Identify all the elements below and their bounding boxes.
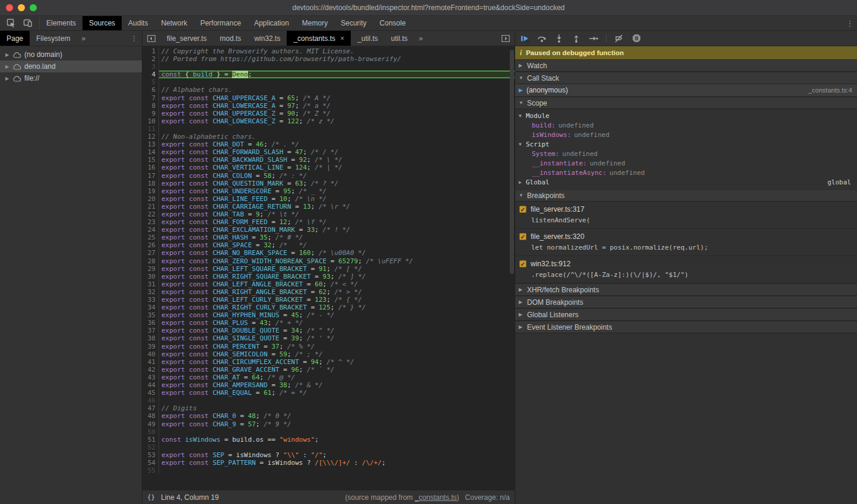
line-number[interactable]: 40 <box>142 350 159 358</box>
line-number[interactable]: 4 <box>142 71 159 78</box>
code-line-content[interactable]: export const CHAR_PLUS = 43; /* + */ <box>159 319 515 327</box>
line-number[interactable]: 47 <box>142 404 159 412</box>
line-number[interactable]: 52 <box>142 444 159 451</box>
line-number[interactable]: 9 <box>142 110 159 117</box>
code-line-content[interactable]: export const CHAR_VERTICAL_LINE = 124; /… <box>159 164 515 171</box>
step-icon[interactable] <box>589 34 598 43</box>
line-number[interactable]: 30 <box>142 273 159 280</box>
code-line-content[interactable]: export const CHAR_DOUBLE_QUOTE = 34; /* … <box>159 327 515 334</box>
line-number[interactable]: 31 <box>142 280 159 288</box>
line-number[interactable]: 21 <box>142 203 159 210</box>
line-number[interactable]: 14 <box>142 148 159 156</box>
line-number[interactable]: 3 <box>142 63 159 71</box>
editor-more-tabs-icon[interactable]: » <box>414 31 428 46</box>
line-number[interactable]: 29 <box>142 265 159 273</box>
minimize-window-button[interactable] <box>18 4 25 11</box>
inspect-element-icon[interactable] <box>5 18 18 28</box>
line-number[interactable]: 39 <box>142 343 159 350</box>
step-into-icon[interactable] <box>554 34 564 43</box>
code-line-content[interactable]: export const CHAR_LINE_FEED = 10; /* \n … <box>159 195 515 203</box>
line-number[interactable]: 43 <box>142 374 159 381</box>
pretty-print-button[interactable]: {} <box>147 493 155 501</box>
source-tab-util-ts[interactable]: _util.ts <box>351 31 385 46</box>
line-number[interactable]: 54 <box>142 459 159 467</box>
code-line-content[interactable]: export const SEP = isWindows ? "\\" : "/… <box>159 451 515 459</box>
code-line-content[interactable]: export const CHAR_LEFT_ANGLE_BRACKET = 6… <box>159 280 515 288</box>
code-line-content[interactable]: export const CHAR_RIGHT_ANGLE_BRACKET = … <box>159 288 515 296</box>
code-line-content[interactable]: // Alphabet chars. <box>159 86 515 94</box>
step-over-icon[interactable] <box>537 34 547 43</box>
line-number[interactable]: 42 <box>142 366 159 374</box>
breakpoint-entry[interactable]: ✓file_server.ts:317listenAndServe( <box>515 202 857 229</box>
main-tab-security[interactable]: Security <box>334 16 373 30</box>
line-number[interactable]: 49 <box>142 420 159 428</box>
line-number[interactable]: 18 <box>142 180 159 187</box>
main-tab-sources[interactable]: Sources <box>82 16 122 30</box>
code-line-content[interactable]: export const CHAR_SINGLE_QUOTE = 39; /* … <box>159 334 515 342</box>
code-line-content[interactable]: export const CHAR_COLON = 58; /* : */ <box>159 172 515 180</box>
code-line-content[interactable]: // Copyright the Browserify authors. MIT… <box>159 47 515 55</box>
code-line-content[interactable]: export const CHAR_BACKWARD_SLASH = 92; /… <box>159 156 515 164</box>
breakpoint-checkbox[interactable]: ✓ <box>519 233 526 240</box>
line-number[interactable]: 28 <box>142 257 159 265</box>
line-number[interactable]: 32 <box>142 288 159 296</box>
tree-item-file[interactable]: ▶file:// <box>0 72 142 84</box>
code-line-content[interactable]: export const CHAR_UPPERCASE_Z = 90; /* Z… <box>159 110 515 117</box>
section-call-stack[interactable]: ▼ Call Stack <box>515 72 857 84</box>
section-watch[interactable]: ▶ Watch <box>515 59 857 72</box>
call-stack-frame[interactable]: ▶(anonymous)_constants.ts:4 <box>515 84 857 97</box>
source-tab-mod-ts[interactable]: mod.ts <box>213 31 247 46</box>
code-line-content[interactable]: const isWindows = build.os == "windows"; <box>159 436 515 444</box>
code-line-content[interactable]: // Ported from https://github.com/browse… <box>159 55 515 63</box>
resume-script-icon[interactable] <box>520 34 529 43</box>
code-line-content[interactable]: export const CHAR_HASH = 35; /* # */ <box>159 234 515 241</box>
line-number[interactable]: 55 <box>142 467 159 474</box>
breakpoint-entry[interactable]: ✓file_server.ts:320let normalizedUrl = p… <box>515 229 857 256</box>
code-line-content[interactable] <box>159 428 515 436</box>
step-out-icon[interactable] <box>572 34 581 43</box>
section-event-listener-breakpoints[interactable]: ▶Event Listener Breakpoints <box>515 321 857 333</box>
line-number[interactable]: 11 <box>142 125 159 133</box>
code-line-content[interactable]: // Digits <box>159 404 515 412</box>
main-tab-console[interactable]: Console <box>373 16 412 30</box>
tab-filesystem[interactable]: Filesystem <box>30 31 77 46</box>
line-number[interactable]: 51 <box>142 436 159 444</box>
code-line-content[interactable]: export const CHAR_CARRIAGE_RETURN = 13; … <box>159 203 515 210</box>
line-number[interactable]: 20 <box>142 195 159 203</box>
main-tab-elements[interactable]: Elements <box>40 16 82 30</box>
code-line-content[interactable] <box>159 78 515 86</box>
device-toolbar-icon[interactable] <box>21 18 34 28</box>
line-number[interactable]: 53 <box>142 451 159 459</box>
pause-on-exceptions-icon[interactable] <box>631 34 641 43</box>
tree-item-deno-land[interactable]: ▶deno.land <box>0 60 142 72</box>
line-number[interactable]: 25 <box>142 234 159 241</box>
line-number[interactable]: 34 <box>142 304 159 311</box>
section-xhr-fetch-breakpoints[interactable]: ▶XHR/fetch Breakpoints <box>515 283 857 296</box>
code-line-content[interactable] <box>159 125 515 133</box>
zoom-window-button[interactable] <box>30 4 37 11</box>
line-number[interactable]: 22 <box>142 210 159 218</box>
main-tab-network[interactable]: Network <box>154 16 193 30</box>
line-number[interactable]: 13 <box>142 141 159 148</box>
code-line-content[interactable]: export const CHAR_AMPERSAND = 38; /* & *… <box>159 381 515 389</box>
deactivate-breakpoints-icon[interactable] <box>614 34 624 43</box>
code-line-content[interactable]: export const CHAR_TAB = 9; /* \t */ <box>159 210 515 218</box>
code-line-content[interactable]: export const CHAR_LOWERCASE_Z = 122; /* … <box>159 117 515 125</box>
line-number[interactable]: 17 <box>142 172 159 180</box>
code-line-content[interactable]: // Non-alphabetic chars. <box>159 133 515 141</box>
code-line-content[interactable]: export const CHAR_SPACE = 32; /* */ <box>159 241 515 249</box>
scope-section-module[interactable]: ▼Module <box>515 111 857 120</box>
code-line-content[interactable]: export const CHAR_LEFT_SQUARE_BRACKET = … <box>159 265 515 273</box>
breakpoint-checkbox[interactable]: ✓ <box>519 260 526 267</box>
navigator-more-tabs-icon[interactable]: » <box>77 31 90 46</box>
main-tab-application[interactable]: Application <box>247 16 296 30</box>
code-line-content[interactable] <box>159 397 515 404</box>
code-line-content[interactable]: export const CHAR_UPPERCASE_A = 65; /* A… <box>159 94 515 102</box>
main-tab-memory[interactable]: Memory <box>296 16 334 30</box>
close-icon[interactable]: × <box>340 34 344 43</box>
code-line-content[interactable]: export const CHAR_NO_BREAK_SPACE = 160; … <box>159 249 515 257</box>
code-line-content[interactable]: export const CHAR_FORM_FEED = 12; /* \f … <box>159 218 515 226</box>
source-editor[interactable]: 1// Copyright the Browserify authors. MI… <box>142 46 515 490</box>
code-line-content[interactable]: export const CHAR_AT = 64; /* @ */ <box>159 374 515 381</box>
line-number[interactable]: 27 <box>142 249 159 257</box>
